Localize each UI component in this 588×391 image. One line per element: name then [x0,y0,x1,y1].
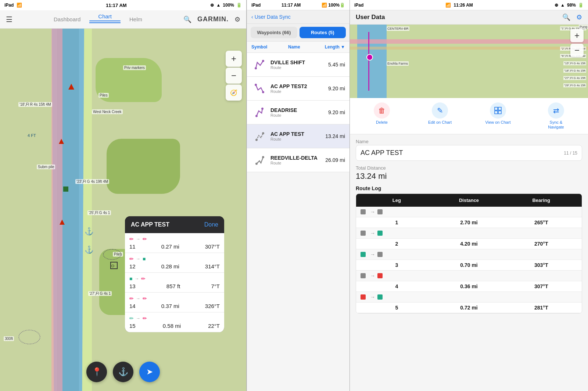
search-icon[interactable]: 🔍 [183,15,191,23]
row-11-bear: 307°T [205,243,220,250]
chart-area[interactable]: Priv markers Piles '18',Fl R 4s 15ft 4M … [0,29,246,391]
log-row-1: 1 2.70 mi 265°T [356,217,582,228]
route-icon-actest [251,128,268,144]
right-zoom-out[interactable]: − [570,44,584,57]
label-300ft: 300ft [4,336,14,341]
pencil-r-5: ✏ [143,315,147,321]
row-13-num: 13 [129,283,136,289]
route-icon-actest2 [251,80,268,97]
left-status-left: iPad 📶 [4,3,22,8]
route-dist-reedville: 26.09 mi [319,157,345,163]
log-row-2: 2 4.20 mi 270°T [356,239,582,249]
log-bear-1: 265°T [505,220,577,225]
road-pink [51,29,62,391]
arrow-1: → [136,236,140,242]
map-controls: + − 🧭 [226,51,242,101]
label-27: '27',Fl G 4s 1 [88,291,112,296]
location-button[interactable]: 📍 [86,362,107,382]
pencil-r-2: ✏ [141,276,146,282]
route-dist-dville: 5.45 mi [319,62,345,68]
tab-waypoints[interactable]: Waypoints (66) [251,27,297,38]
row-15-num: 15 [129,323,136,329]
route-icon-reedville [251,152,268,168]
back-label[interactable]: User Data Sync [255,14,291,20]
arrow-3: → [135,276,139,281]
edit-on-chart-button[interactable]: ✎ Edit on Chart [425,102,455,130]
right-search-icon[interactable]: 🔍 [562,13,570,21]
map-label-18: "18",Fl G 4s 15ft [563,69,586,73]
compass-button[interactable]: 🧭 [226,84,242,101]
log-dot-2-to [377,231,383,236]
zoom-out-button[interactable]: − [226,68,242,84]
anchor-button[interactable]: ⚓ [113,362,133,382]
tab-routes[interactable]: Routes (5) [300,27,346,38]
right-signal-icon: ▲ [560,3,565,8]
right-status-right: ⊕ ▲ 98% 🔋 [555,3,584,8]
route-popup-body: ✏ → ✏ 11 0.27 mi 307°T ✏ → ■ [125,233,224,332]
edit-chart-label: Edit on Chart [428,120,452,125]
right-map-overlay: + − [570,29,584,57]
anchor-symbol-2: ⚓ [85,245,94,254]
right-settings-icon[interactable]: ⚙ [576,13,582,21]
sync-navigate-button[interactable]: ⇄ Sync & Navigate [541,102,571,130]
delete-button[interactable]: 🗑 Delete [367,102,397,130]
log-leg-1: 1 [361,220,433,225]
route-row-14: ✏ → ✏ 14 0.37 mi 326°T [125,293,224,312]
route-item-dville[interactable]: DVILLE SHIFT Route 5.45 mi [247,53,349,77]
navigate-button[interactable]: ➤ [139,362,160,382]
route-item-actest[interactable]: AC APP TEST Route 13.24 mi [247,124,349,148]
route-popup-header: AC APP TEST Done [125,216,224,233]
name-input-box[interactable]: AC APP TEST 11 / 15 [356,145,582,161]
log-arrow-4: → [370,273,375,279]
log-bear-5: 281°T [505,305,577,311]
view-on-chart-button[interactable]: View on Chart [483,102,513,130]
route-list-header: Symbol Name Length ▼ [247,41,349,53]
row-11-num: 11 [129,243,136,250]
route-waypoint [366,54,373,61]
tab-dashboard[interactable]: Dashboard [45,13,89,25]
route-type-reedville: Route [270,161,319,165]
log-bear-3: 303°T [505,262,577,268]
route-name-actest2: AC APP TEST2 [270,83,319,89]
route-row-13: ■ → ✏ 13 857 ft 7°T [125,273,224,293]
right-location-icon: ⊕ [555,3,558,8]
tab-helm[interactable]: Helm [121,13,151,25]
back-button[interactable]: ‹ User Data Sync [251,14,291,20]
route-item-deadrise[interactable]: DEADRISE Route 9.20 mi [247,101,349,124]
route-item-actest2[interactable]: AC APP TEST2 Route 9.20 mi [247,77,349,101]
log-arrow-5: → [370,294,375,300]
tab-chart[interactable]: Chart [89,10,121,23]
right-zoom-in[interactable]: + [570,29,584,42]
zoom-in-button[interactable]: + [226,51,242,67]
row-15-dist: 0.58 mi [163,323,181,329]
map-label-centerv: CENTERV-BR [387,26,409,31]
marker-green-square[interactable] [63,187,68,192]
right-panel: iPad 📶 11:26 AM ⊕ ▲ 98% 🔋 User Data 🔍 ⚙ [350,0,588,391]
route-line [368,32,369,91]
svg-point-2 [255,84,257,86]
log-dot-1-from [361,209,366,214]
log-sep-1: → [356,207,582,217]
log-dot-4-to [377,273,383,278]
log-row-4: 4 0.36 mi 307°T [356,281,582,292]
row-13-bear: 7°T [211,283,220,289]
route-name-actest: AC APP TEST [270,131,319,137]
right-map-thumbnail[interactable]: CENTERV-BR "1",Fl G 4s 19ft 4M "2",Fl R … [350,25,588,98]
label-18: '18',Fl R 4s 15ft 4M [18,102,52,107]
anchor-symbol-1: ⚓ [85,227,94,236]
route-item-reedville[interactable]: REEDVILLE-DELTA Route 26.09 mi [247,148,349,172]
row-12-data: 12 0.28 mi 314°T [125,263,224,272]
back-chevron-icon: ‹ [251,14,253,20]
log-dot-1-to [377,209,383,214]
right-detail-scrollable[interactable]: Name AC APP TEST 11 / 15 Total Distance … [350,134,588,391]
log-bear-2: 270°T [505,241,577,247]
log-dist-1: 2.70 mi [433,220,505,225]
label-west-neck: West Neck Creek [92,109,123,114]
svg-point-6 [255,139,258,141]
route-popup-done[interactable]: Done [204,221,218,228]
map-label-farm: Enohla Farms [387,61,409,66]
settings-icon[interactable]: ⚙ [234,15,240,23]
row-11-icons: ✏ → ✏ [125,233,224,243]
hamburger-menu[interactable]: ☰ [6,15,12,24]
label-priv-markers: Priv markers [123,65,146,70]
